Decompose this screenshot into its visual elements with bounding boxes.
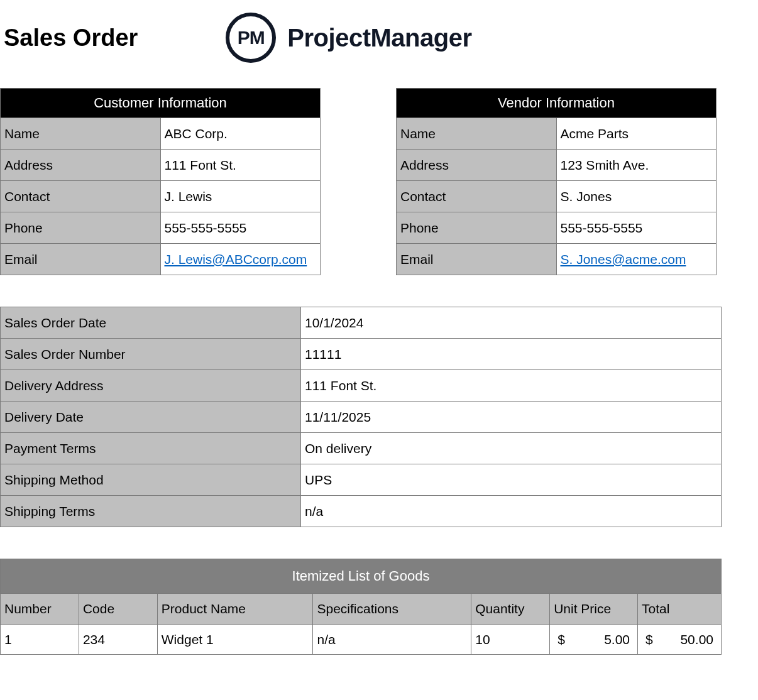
order-detail-value: n/a [301,496,722,527]
order-detail-label: Delivery Address [1,370,301,402]
vendor-row-value: S. Jones@acme.com [556,244,717,275]
goods-product: Widget 1 [157,625,313,655]
goods-column-header: Code [79,594,157,625]
vendor-row-label: Email [397,244,557,275]
vendor-row-value: Acme Parts [556,118,717,150]
document-header: Sales Order PM ProjectManager [0,0,758,69]
order-detail-value: 111 Font St. [301,370,722,402]
order-detail-value: 11111 [301,339,722,370]
table-row: 1234Widget 1n/a10$5.00$50.00 [1,625,722,655]
page-title: Sales Order [4,25,138,52]
vendor-row-label: Contact [397,181,557,212]
goods-column-header: Product Name [157,594,313,625]
logo-text: ProjectManager [287,24,471,52]
goods-column-header: Unit Price [550,594,638,625]
order-detail-value: 11/11/2025 [301,402,722,433]
goods-total: $50.00 [638,625,722,655]
order-detail-label: Payment Terms [1,433,301,464]
logo-initials: PM [238,27,265,48]
vendor-row-label: Address [397,150,557,181]
vendor-row-label: Name [397,118,557,150]
logo-circle-icon: PM [226,13,276,63]
customer-row-label: Contact [1,181,161,212]
goods-number: 1 [1,625,79,655]
customer-info-table: Customer Information NameABC Corp.Addres… [0,88,321,275]
vendor-email-link[interactable]: S. Jones@acme.com [561,252,686,266]
info-columns: Customer Information NameABC Corp.Addres… [0,88,758,275]
vendor-row-value: 555-555-5555 [556,212,717,244]
goods-spec: n/a [313,625,471,655]
order-details-table: Sales Order Date10/1/2024Sales Order Num… [0,307,722,527]
vendor-row-value: 123 Smith Ave. [556,150,717,181]
goods-qty: 10 [471,625,550,655]
vendor-row-label: Phone [397,212,557,244]
goods-unit-price: $5.00 [550,625,638,655]
customer-row-value: J. Lewis@ABCcorp.com [160,244,321,275]
goods-column-header: Quantity [471,594,550,625]
vendor-row-value: S. Jones [556,181,717,212]
goods-column-header: Number [1,594,79,625]
goods-section-header: Itemized List of Goods [1,559,722,594]
order-detail-label: Sales Order Number [1,339,301,370]
goods-code: 234 [79,625,157,655]
logo: PM ProjectManager [226,13,471,63]
customer-email-link[interactable]: J. Lewis@ABCcorp.com [165,252,307,266]
order-detail-value: On delivery [301,433,722,464]
order-detail-label: Shipping Method [1,464,301,496]
customer-row-value: J. Lewis [160,181,321,212]
customer-row-value: 555-555-5555 [160,212,321,244]
customer-row-label: Name [1,118,161,150]
goods-column-header: Specifications [313,594,471,625]
customer-info-header: Customer Information [1,89,321,118]
goods-column-header: Total [638,594,722,625]
customer-row-label: Email [1,244,161,275]
vendor-info-table: Vendor Information NameAcme PartsAddress… [396,88,717,275]
vendor-info-header: Vendor Information [397,89,717,118]
goods-table: Itemized List of Goods NumberCodeProduct… [0,559,722,655]
order-detail-value: UPS [301,464,722,496]
customer-row-label: Phone [1,212,161,244]
customer-row-value: ABC Corp. [160,118,321,150]
order-detail-label: Shipping Terms [1,496,301,527]
customer-row-value: 111 Font St. [160,150,321,181]
order-detail-label: Delivery Date [1,402,301,433]
order-detail-value: 10/1/2024 [301,307,722,339]
order-detail-label: Sales Order Date [1,307,301,339]
customer-row-label: Address [1,150,161,181]
